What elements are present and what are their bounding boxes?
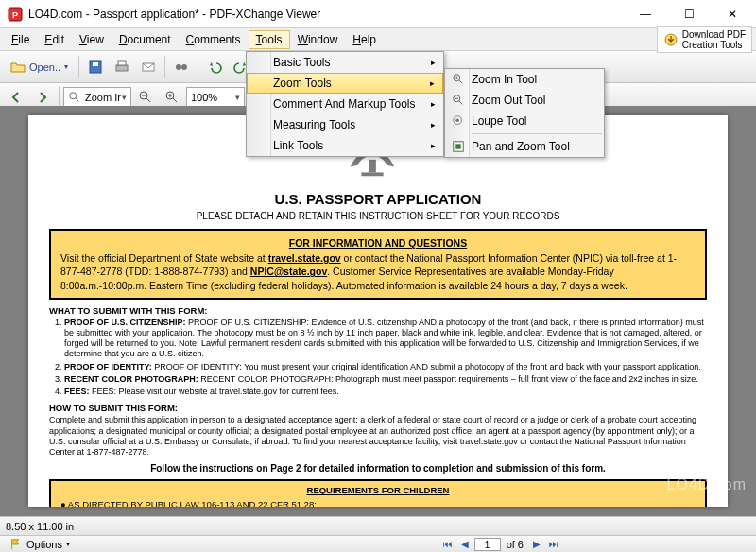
close-button[interactable]: ✕ [711,0,754,28]
what-to-submit-list: PROOF OF U.S. CITIZENSHIP: PROOF OF U.S.… [64,318,707,398]
flag-icon [9,538,23,551]
window-title: LO4D.com - Passport application* - PDF-X… [28,8,624,21]
what-to-submit-heading: WHAT TO SUBMIT WITH THIS FORM: [49,305,707,316]
menu-measuring-tools[interactable]: Measuring Tools▸ [247,114,443,135]
menubar: File Edit View Document Comments Tools W… [0,28,756,51]
menu-loupe-tool[interactable]: Loupe Tool [445,111,604,131]
arrow-right-icon [35,90,50,105]
menu-zoom-out-tool[interactable]: Zoom Out Tool [445,90,604,111]
pan-zoom-icon [451,139,466,154]
zoom-mode-combo[interactable]: Zoom Ir▾ [63,87,131,108]
how-to-submit-heading: HOW TO SUBMIT THIS FORM: [49,403,707,413]
menu-zoom-in-tool[interactable]: Zoom In Tool [445,69,604,90]
print-button[interactable] [110,55,134,79]
menu-pan-zoom-tool[interactable]: Pan and Zoom Tool [445,136,604,157]
prev-page-button[interactable]: ◀ [457,538,472,551]
magnifier-icon [68,91,81,104]
bottom-navbar: Options▾ ⏮ ◀ 1 of 6 ▶ ⏭ [0,535,756,552]
menu-window[interactable]: Window [290,30,346,49]
zoom-in-icon [451,72,466,87]
svg-point-9 [181,64,187,70]
menu-edit[interactable]: Edit [37,30,72,49]
menu-help[interactable]: Help [345,30,384,49]
menu-comments[interactable]: Comments [179,30,249,49]
follow-instructions: Follow the instructions on Page 2 for de… [49,463,707,474]
svg-point-8 [176,64,181,70]
folder-open-icon [10,60,26,75]
svg-rect-4 [93,62,98,66]
page-number-input[interactable]: 1 [474,538,501,551]
doc-title: U.S. PASSPORT APPLICATION [49,191,707,207]
menu-file[interactable]: File [4,30,37,49]
minus-magnifier-icon [138,90,153,105]
printer-icon [114,60,129,75]
plus-magnifier-icon [164,90,180,105]
zoom-tools-submenu: Zoom In Tool Zoom Out Tool Loupe Tool Pa… [444,68,605,158]
svg-point-28 [455,118,459,122]
undo-button[interactable] [202,55,227,79]
save-button[interactable] [83,55,108,79]
app-icon: P [8,7,23,22]
download-creation-tools-button[interactable]: Download PDF Creation Tools [657,26,752,53]
last-page-button[interactable]: ⏭ [546,538,561,551]
document-page: U.S. PASSPORT APPLICATION PLEASE DETACH … [28,115,728,507]
page-of-label: of 6 [507,539,524,550]
download-icon [663,32,679,47]
mail-icon [141,60,156,75]
svg-rect-24 [369,160,376,173]
requirements-box: REQUIREMENTS FOR CHILDREN ● AS DIRECTED … [49,479,707,507]
titlebar: P LO4D.com - Passport application* - PDF… [0,0,756,28]
next-page-button[interactable]: ▶ [529,538,544,551]
first-page-button[interactable]: ⏮ [440,538,455,551]
menu-link-tools[interactable]: Link Tools▸ [247,135,443,156]
menu-basic-tools[interactable]: Basic Tools▸ [247,52,443,73]
zoom-out-icon [451,93,466,108]
requirements-heading: REQUIREMENTS FOR CHILDREN [60,485,696,495]
svg-text:P: P [12,10,18,20]
menu-zoom-tools[interactable]: Zoom Tools▸ [247,73,443,94]
maximize-button[interactable]: ☐ [667,0,711,28]
floppy-icon [88,60,103,75]
email-button[interactable] [136,55,161,79]
binoculars-icon [174,60,189,75]
open-button[interactable]: Open..▾ [4,55,75,79]
menu-comment-markup-tools[interactable]: Comment And Markup Tools▸ [247,94,443,114]
doc-subtitle: PLEASE DETACH AND RETAIN THIS INSTRUCTIO… [49,211,707,221]
undo-icon [207,60,222,75]
info-heading: FOR INFORMATION AND QUESTIONS [60,236,696,250]
document-viewport[interactable]: U.S. PASSPORT APPLICATION PLEASE DETACH … [0,106,756,516]
info-box: FOR INFORMATION AND QUESTIONS Visit the … [49,229,707,300]
tools-menu-dropdown: Basic Tools▸ Zoom Tools▸ Comment And Mar… [246,51,444,157]
download-label: Download PDF Creation Tools [682,29,746,50]
svg-rect-5 [116,65,128,71]
menu-view[interactable]: View [72,30,112,49]
options-button[interactable]: Options▾ [4,538,76,551]
svg-point-16 [70,92,77,98]
zoom-percent-combo[interactable]: 100%▾ [186,87,245,108]
find-button[interactable] [169,55,194,79]
loupe-icon [451,113,466,129]
minimize-button[interactable]: — [624,0,667,28]
how-to-submit-body: Complete and submit this application in … [49,415,707,457]
svg-rect-30 [455,144,460,148]
menu-tools[interactable]: Tools [249,30,290,49]
page-size-label: 8.50 x 11.00 in [6,521,74,532]
svg-rect-6 [118,61,126,65]
status-bar: 8.50 x 11.00 in [0,516,756,535]
arrow-left-icon [9,90,24,105]
menu-document[interactable]: Document [112,30,179,49]
